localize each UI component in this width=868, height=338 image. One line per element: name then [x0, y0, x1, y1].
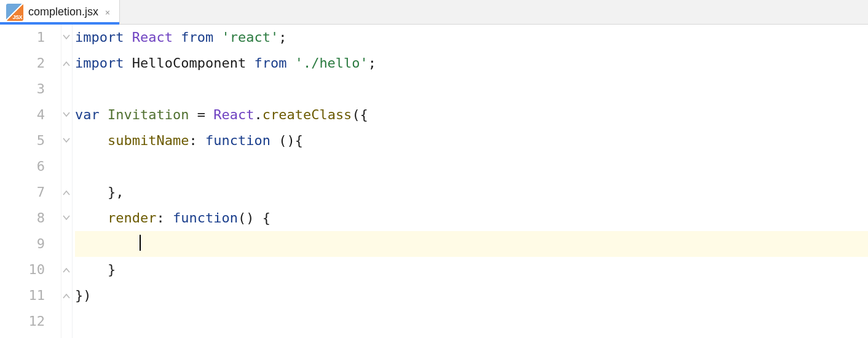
code-line[interactable] — [75, 309, 868, 334]
fold-column — [61, 25, 73, 338]
line-number: 9 — [0, 231, 45, 257]
line-number-gutter: 123456789101112 — [0, 25, 61, 338]
code-line[interactable]: var Invitation = React.createClass({ — [75, 102, 868, 128]
jsx-file-icon: JSX — [6, 4, 23, 21]
token-kw: function — [205, 133, 278, 148]
fold-open-icon[interactable] — [62, 136, 71, 145]
token-punc: ; — [368, 55, 376, 71]
token-punc — [75, 236, 140, 251]
token-kw: from — [254, 55, 294, 71]
code-line[interactable] — [75, 76, 868, 102]
fold-close-icon[interactable] — [62, 291, 71, 300]
token-punc: : — [156, 210, 173, 226]
close-tab-icon[interactable]: × — [103, 8, 112, 17]
token-str: 'react' — [221, 29, 278, 45]
code-line[interactable]: import HelloComponent from './hello'; — [75, 50, 868, 76]
file-tab-completion[interactable]: JSX completion.jsx × — [0, 0, 120, 24]
fold-close-icon[interactable] — [62, 188, 71, 197]
line-number: 8 — [0, 205, 45, 231]
token-kw: import — [75, 55, 132, 71]
fold-open-icon[interactable] — [62, 33, 71, 42]
code-line[interactable]: } — [75, 257, 868, 283]
token-punc: () { — [238, 210, 270, 226]
code-line[interactable]: }) — [75, 283, 868, 309]
token-kw: var — [75, 107, 108, 122]
line-number: 2 — [0, 50, 45, 76]
code-line[interactable] — [75, 231, 868, 257]
text-caret — [140, 235, 141, 251]
code-line[interactable]: import React from 'react'; — [75, 25, 868, 50]
token-punc: ; — [278, 29, 286, 45]
code-line[interactable]: }, — [75, 179, 868, 205]
token-punc: : — [189, 133, 205, 148]
tab-bar: JSX completion.jsx × — [0, 0, 868, 25]
token-def: Invitation — [108, 107, 197, 122]
token-kw: function — [173, 210, 238, 226]
token-prop: createClass — [262, 107, 352, 122]
token-punc: }, — [108, 184, 124, 200]
token-punc: (){ — [278, 133, 303, 148]
code-line[interactable] — [75, 154, 868, 179]
token-str: './hello' — [295, 55, 368, 71]
line-number: 1 — [0, 25, 45, 50]
token-id: HelloComponent — [132, 55, 254, 71]
token-punc — [75, 184, 108, 200]
line-number: 11 — [0, 283, 45, 309]
token-punc — [75, 210, 108, 226]
line-number: 10 — [0, 257, 45, 283]
token-punc — [75, 133, 108, 148]
token-cls: React — [132, 29, 181, 45]
token-punc: ({ — [352, 107, 368, 122]
fold-close-icon[interactable] — [62, 265, 71, 274]
token-kw: from — [181, 29, 221, 45]
token-punc: = — [197, 107, 214, 122]
line-number: 6 — [0, 154, 45, 179]
token-prop: submitName — [108, 133, 189, 148]
tab-filename: completion.jsx — [28, 6, 98, 18]
fold-close-icon[interactable] — [62, 59, 71, 68]
line-number: 7 — [0, 179, 45, 205]
token-punc — [75, 262, 108, 277]
token-prop: render — [108, 210, 156, 226]
token-punc: }) — [75, 288, 92, 303]
code-line[interactable]: render: function() { — [75, 205, 868, 231]
line-number: 4 — [0, 102, 45, 128]
token-cls: React — [213, 107, 254, 122]
token-punc: } — [108, 262, 116, 277]
code-line[interactable]: submitName: function (){ — [75, 128, 868, 154]
line-number: 3 — [0, 76, 45, 102]
line-number: 5 — [0, 128, 45, 154]
fold-open-icon[interactable] — [62, 111, 71, 119]
line-number: 12 — [0, 309, 45, 334]
fold-open-icon[interactable] — [62, 214, 71, 222]
token-kw: import — [75, 29, 132, 45]
code-editor[interactable]: 123456789101112 import React from 'react… — [0, 25, 868, 338]
code-area[interactable]: import React from 'react';import HelloCo… — [73, 25, 868, 338]
token-punc: . — [254, 107, 262, 122]
